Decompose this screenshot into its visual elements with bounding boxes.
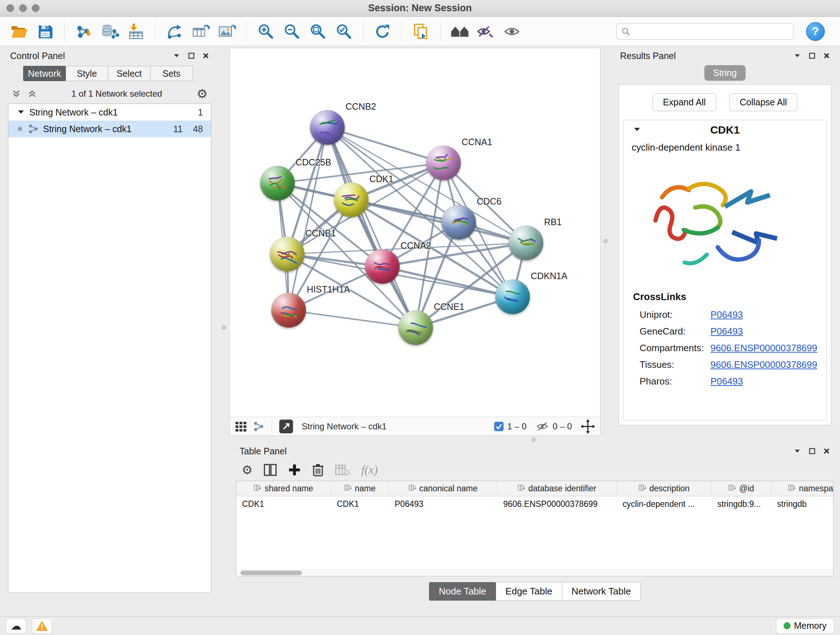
node-HIST1H1A[interactable] — [271, 293, 306, 328]
birdseye-view-icon[interactable] — [253, 421, 264, 432]
memory-button[interactable]: Memory — [776, 618, 834, 633]
column-header-shared-name[interactable]: shared name — [236, 481, 331, 496]
node-CDK1[interactable] — [334, 182, 369, 217]
zoom-selected-icon — [335, 23, 352, 40]
column-header-namespac[interactable]: namespac — [771, 481, 834, 496]
hidden-eye-slash-icon[interactable] — [535, 421, 550, 432]
save-session-button[interactable] — [34, 20, 57, 43]
function-builder-button[interactable]: f(x) — [361, 463, 378, 477]
gene-description: cyclin-dependent kinase 1 — [624, 140, 826, 153]
show-columns-button[interactable] — [264, 463, 277, 477]
delete-column-button[interactable] — [312, 463, 324, 477]
warnings-button[interactable] — [32, 618, 52, 633]
crosslink-pharos-link[interactable]: P06493 — [711, 376, 743, 387]
column-header-description[interactable]: description — [617, 481, 712, 496]
network-tree-item[interactable]: String Network – cdk11148 — [8, 120, 211, 137]
splitter-handle[interactable] — [222, 325, 226, 330]
edge-CCNE1-HIST1H1A[interactable] — [289, 310, 416, 328]
collapse-all-button[interactable]: Collapse All — [729, 93, 798, 111]
collection-caret-icon[interactable] — [17, 109, 25, 115]
help-button[interactable]: ? — [806, 22, 825, 41]
node-CCNA1[interactable] — [426, 146, 461, 180]
import-network-file-button[interactable] — [73, 20, 95, 43]
grid-view-icon[interactable] — [235, 421, 247, 432]
first-neighbors-button[interactable] — [448, 20, 471, 43]
pan-crosshair-icon[interactable] — [581, 419, 595, 434]
node-CCNE1[interactable] — [398, 310, 433, 345]
tab-string[interactable]: String — [704, 65, 745, 81]
import-network-database-button[interactable] — [99, 20, 121, 43]
column-header-canonical-name[interactable]: canonical name — [389, 481, 497, 496]
open-session-button[interactable] — [8, 20, 30, 43]
crosslink-compartments-link[interactable]: 9606.ENSP00000378699 — [711, 342, 817, 354]
copy-document-icon — [413, 23, 429, 40]
network-canvas[interactable]: CCNB2CCNA1CDC25BCDK1CDC6RB1CCNB1CCNA2CDK… — [230, 48, 600, 417]
tab-edge-table[interactable]: Edge Table — [496, 582, 562, 600]
network-from-selection-button[interactable] — [164, 20, 186, 43]
column-header-database-identifier[interactable]: database identifier — [497, 481, 617, 496]
scrollbar-thumb[interactable] — [240, 570, 302, 575]
node-CDC6[interactable] — [441, 205, 476, 240]
panel-float-icon[interactable] — [809, 52, 815, 59]
tab-style[interactable]: Style — [65, 66, 108, 81]
panel-menu-icon[interactable] — [794, 53, 801, 58]
protein-structure-thumbnail — [310, 110, 345, 145]
node-CCNB1[interactable] — [270, 237, 305, 272]
table-row[interactable]: CDK1CDK1P064939606.ENSP00000378699cyclin… — [236, 496, 833, 511]
table-settings-gear-icon[interactable] — [242, 463, 253, 477]
copy-document-button[interactable] — [410, 20, 432, 43]
expand-all-icon[interactable] — [27, 89, 37, 98]
create-column-button[interactable] — [288, 463, 301, 477]
hide-selected-button[interactable] — [475, 20, 497, 43]
gene-collapse-caret-icon[interactable] — [633, 127, 641, 134]
tree-options-gear-icon[interactable] — [197, 87, 208, 101]
tab-sets[interactable]: Sets — [150, 66, 193, 81]
crosslink-genecard-link[interactable]: P06493 — [711, 326, 743, 337]
node-RB1[interactable] — [508, 226, 543, 260]
tab-network[interactable]: Network — [23, 66, 66, 81]
panel-close-icon[interactable] — [202, 52, 209, 59]
collapse-all-icon[interactable] — [11, 89, 21, 98]
node-CDKN1A[interactable] — [495, 279, 530, 314]
tab-node-table[interactable]: Node Table — [429, 582, 496, 600]
tab-select[interactable]: Select — [108, 66, 150, 81]
zoom-out-button[interactable] — [280, 20, 303, 43]
search-input[interactable] — [633, 27, 789, 36]
column-header-name[interactable]: name — [331, 481, 389, 496]
show-all-button[interactable] — [501, 20, 523, 43]
save-disk-icon — [37, 24, 53, 39]
expand-all-button[interactable]: Expand All — [653, 93, 716, 111]
zoom-selected-button[interactable] — [332, 20, 355, 43]
tab-network-table[interactable]: Network Table — [562, 582, 641, 600]
node-CDC25B[interactable] — [260, 166, 295, 201]
splitter-handle[interactable] — [603, 239, 608, 243]
panel-close-icon[interactable] — [823, 52, 830, 59]
network-tree: String Network – cdk11String Network – c… — [8, 103, 211, 593]
panel-close-icon[interactable] — [823, 448, 830, 454]
export-image-button[interactable] — [216, 20, 238, 43]
panel-menu-icon[interactable] — [794, 448, 801, 454]
selected-checkbox-icon[interactable] — [493, 421, 504, 432]
splitter-handle[interactable] — [531, 438, 536, 442]
crosslink-uniprot-link[interactable]: P06493 — [711, 309, 743, 320]
zoom-fit-button[interactable] — [306, 20, 329, 43]
node-count: 11 — [163, 124, 183, 134]
sort-column-icon — [409, 484, 416, 494]
panel-float-icon[interactable] — [809, 448, 815, 454]
panel-menu-icon[interactable] — [173, 53, 180, 58]
zoom-in-button[interactable] — [254, 20, 277, 43]
node-CCNA2[interactable] — [365, 249, 400, 284]
node-CCNB2[interactable] — [310, 110, 345, 145]
table-horizontal-scrollbar[interactable] — [236, 570, 833, 576]
apply-layout-button[interactable] — [371, 20, 393, 43]
import-table-button[interactable] — [125, 20, 147, 43]
crosslink-tissues-link[interactable]: 9606.ENSP00000378699 — [711, 359, 817, 371]
panel-float-icon[interactable] — [188, 52, 195, 59]
cloud-status-button[interactable] — [6, 618, 26, 633]
network-tree-item[interactable]: String Network – cdk11 — [8, 104, 211, 120]
column-header-@id[interactable]: @id — [712, 481, 771, 496]
clone-network-button[interactable] — [189, 20, 212, 43]
edge-CCNB2-CCNE1[interactable] — [327, 127, 416, 328]
open-folder-icon — [11, 24, 28, 39]
export-view-button[interactable] — [279, 420, 293, 433]
